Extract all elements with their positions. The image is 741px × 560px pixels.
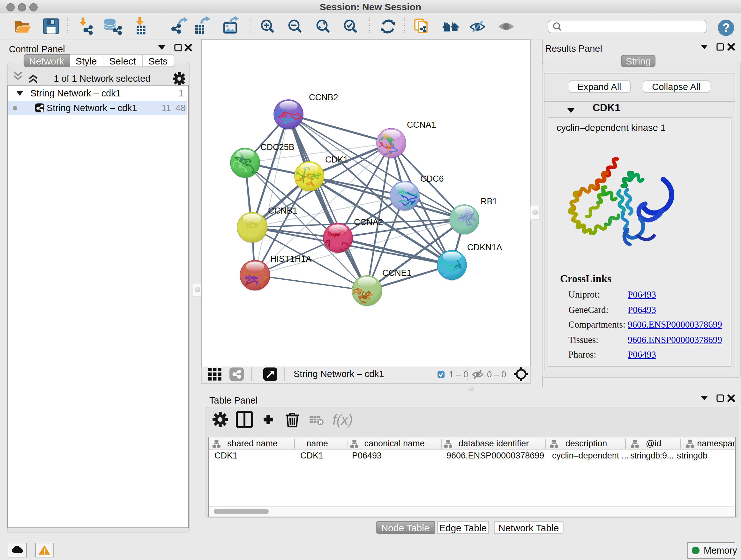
svg-text:String Network – cdk1: String Network – cdk1 bbox=[293, 369, 384, 379]
svg-text:name: name bbox=[306, 438, 328, 448]
svg-text:HIST1H1A: HIST1H1A bbox=[270, 254, 312, 264]
svg-text:canonical name: canonical name bbox=[364, 438, 424, 448]
svg-text:CDK1: CDK1 bbox=[325, 155, 348, 165]
svg-text:CCNA2: CCNA2 bbox=[354, 217, 383, 227]
svg-text:CDKN1A: CDKN1A bbox=[467, 243, 502, 252]
svg-text:1 – 0: 1 – 0 bbox=[449, 370, 468, 379]
svg-text:CCNE1: CCNE1 bbox=[382, 268, 412, 278]
svg-text:@id: @id bbox=[646, 438, 661, 448]
svg-text:CDC6: CDC6 bbox=[420, 174, 444, 184]
svg-text:shared name: shared name bbox=[227, 438, 277, 448]
svg-text:f(x): f(x) bbox=[333, 412, 353, 428]
svg-text:namespace: namespace bbox=[697, 438, 735, 448]
svg-text:RB1: RB1 bbox=[481, 197, 497, 206]
svg-text:CCNA1: CCNA1 bbox=[407, 120, 436, 130]
svg-text:database identifier: database identifier bbox=[458, 438, 529, 448]
svg-text:0 – 0: 0 – 0 bbox=[487, 370, 506, 379]
svg-text:?: ? bbox=[722, 21, 730, 35]
svg-text:CCNB2: CCNB2 bbox=[309, 92, 338, 102]
svg-text:CDC25B: CDC25B bbox=[260, 142, 294, 152]
svg-text:description: description bbox=[565, 438, 607, 448]
svg-text:CCNB1: CCNB1 bbox=[268, 206, 297, 215]
